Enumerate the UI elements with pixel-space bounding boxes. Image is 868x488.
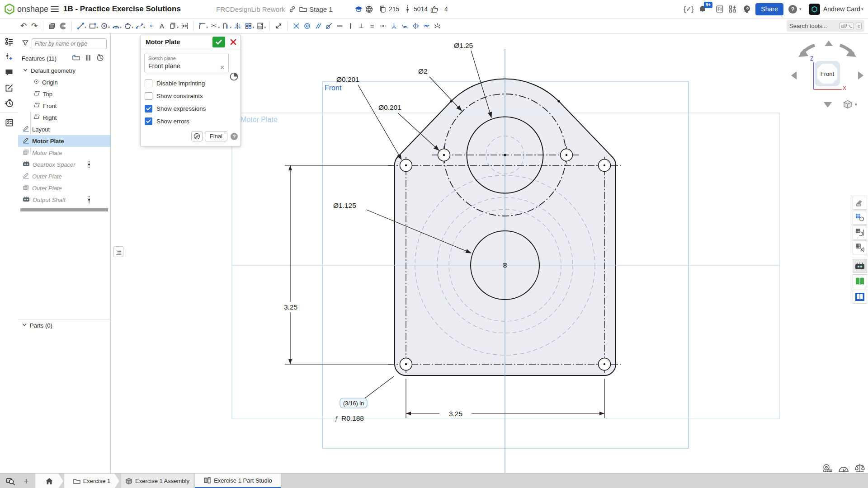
feature-row-default-geometry[interactable]: Default geometry (18, 65, 110, 76)
curvature-constraint-icon[interactable] (399, 20, 410, 31)
document-title[interactable]: 1B - Practice Exercise Solutions (63, 0, 181, 18)
rotate-left-arrow[interactable] (791, 71, 797, 80)
option-show-errors[interactable]: Show errors (141, 115, 241, 127)
feature-row-motor-plate-sketch[interactable]: Motor Plate (18, 135, 110, 147)
normal-constraint-icon[interactable] (432, 20, 443, 31)
avatar[interactable] (809, 4, 820, 15)
view-cube[interactable]: Front Z X ▾ (787, 35, 868, 117)
workspace-name[interactable]: FRCDesignLib Rework (216, 0, 285, 18)
horizontal-constraint-icon[interactable] (334, 20, 345, 31)
parts-section-header[interactable]: Parts (0) (18, 319, 110, 331)
notifications-bell-icon[interactable]: 9+ (698, 0, 707, 18)
feature-row-front[interactable]: Front (18, 100, 110, 112)
front-plane-label[interactable]: Front (325, 84, 342, 92)
dimension-tool-icon[interactable] (179, 20, 190, 31)
filter-input[interactable] (32, 38, 107, 49)
chevron-down-icon[interactable] (23, 67, 28, 74)
insert-variable-icon[interactable] (0, 49, 18, 65)
feature-row-outer-plate-extrude[interactable]: Outer Plate (18, 182, 110, 194)
tangent-constraint-icon[interactable] (323, 20, 334, 31)
spline-dropdown-icon[interactable]: ▾ (143, 25, 145, 29)
view-options-caret-icon[interactable]: ▾ (855, 102, 857, 107)
feature-row-right[interactable]: Right (18, 112, 110, 123)
feature-tree-icon[interactable] (0, 34, 18, 49)
final-button[interactable]: Final (205, 131, 227, 141)
pattern-dropdown-icon[interactable]: ▾ (252, 25, 254, 29)
checkbox-checked-icon[interactable] (145, 117, 152, 125)
checkbox-checked-icon[interactable] (145, 105, 152, 113)
add-folder-icon[interactable] (72, 54, 80, 62)
sketch-plane-value[interactable]: Front plane (148, 62, 225, 70)
link-icon[interactable] (288, 0, 296, 18)
confirm-button[interactable] (212, 37, 225, 47)
option-show-expressions[interactable]: Show expressions (141, 102, 241, 115)
radius-value[interactable]: R0.188 (341, 414, 364, 422)
import-dxf-dropdown-icon[interactable]: ▾ (264, 25, 266, 29)
help-caret-icon[interactable]: ▾ (799, 7, 802, 11)
tab-exercise-1-assembly[interactable]: Exercise 1 Assembly (121, 474, 193, 488)
bom-table-icon[interactable] (853, 211, 867, 225)
history-icon[interactable] (0, 95, 18, 111)
panel-collapse-button[interactable] (113, 246, 123, 257)
option-disable-imprinting[interactable]: Disable imprinting (141, 77, 241, 89)
rollback-bar[interactable] (20, 208, 108, 211)
comments-icon[interactable] (0, 65, 18, 80)
arc-dropdown-icon[interactable]: ▾ (120, 25, 122, 29)
radius-expression-tag[interactable]: (3/16) in (340, 398, 367, 408)
rollback-history-icon[interactable] (96, 54, 104, 63)
feature-row-gearbox-spacer[interactable]: Gearbox Spacer (18, 159, 110, 170)
filter-icon[interactable] (22, 39, 29, 48)
circle-dropdown-icon[interactable]: ▾ (108, 25, 110, 29)
rectangle-dropdown-icon[interactable]: ▾ (96, 25, 98, 29)
feature-row-origin[interactable]: Origin (18, 76, 110, 88)
perpendicular-constraint-icon[interactable]: ⊥ (356, 20, 367, 31)
vertical-constraint-icon[interactable] (345, 20, 356, 31)
coincident-constraint-icon[interactable] (291, 20, 302, 31)
use-project-dropdown-icon[interactable]: ▾ (177, 25, 179, 29)
suppress-icon[interactable] (85, 55, 91, 62)
clear-selection-icon[interactable]: ✕ (220, 64, 225, 71)
redo-icon[interactable]: ↷ (29, 20, 40, 31)
symmetric-constraint-icon[interactable] (410, 20, 421, 31)
share-button[interactable]: Share (755, 3, 783, 15)
fix-constraint-icon[interactable] (421, 20, 432, 31)
folder-name[interactable]: Stage 1 (309, 0, 333, 18)
offset-dropdown-icon[interactable]: ▾ (230, 25, 231, 29)
sketch-edit-button[interactable] (191, 131, 203, 141)
green-book-app-icon[interactable] (853, 274, 867, 288)
tool-search-box[interactable]: Search tools... alt/⌥ c (787, 20, 864, 32)
revolve-icon[interactable] (57, 20, 68, 31)
user-menu-caret-icon[interactable]: ▾ (861, 0, 863, 18)
tab-exercise-1[interactable]: Exercise 1 (64, 474, 119, 488)
tables-icon[interactable] (0, 115, 18, 130)
checkbox-icon[interactable] (145, 92, 152, 100)
polygon-dropdown-icon[interactable]: ▾ (132, 25, 133, 29)
midpoint-constraint-icon[interactable] (377, 20, 388, 31)
trim-dropdown-icon[interactable]: ▾ (218, 25, 220, 29)
home-tab-button[interactable] (35, 474, 63, 488)
parallel-constraint-icon[interactable] (312, 20, 323, 31)
rotate-right-arrow[interactable] (858, 71, 863, 80)
learning-center-icon[interactable] (742, 0, 751, 18)
feature-row-output-shaft[interactable]: Output Shaft (18, 194, 110, 206)
tasks-icon[interactable] (716, 0, 724, 18)
equal-constraint-icon[interactable]: = (367, 20, 377, 31)
transform-tool-icon[interactable] (273, 20, 284, 31)
fillet-dropdown-icon[interactable]: ▾ (206, 25, 208, 29)
blue-book-app-icon[interactable] (853, 290, 867, 304)
view-options-button[interactable]: ▾ (843, 99, 857, 109)
sketch-plane-field[interactable]: Sketch plane Front plane ✕ (144, 53, 229, 73)
tab-exercise-1-part-studio[interactable]: Exercise 1 Part Studio (195, 474, 281, 488)
feature-row-layout[interactable]: Layout (18, 123, 110, 135)
undo-icon[interactable]: ↶ (18, 20, 29, 31)
mkcad-app-icon[interactable] (853, 259, 867, 273)
onshape-logo-icon[interactable] (4, 0, 15, 18)
variables-table-icon[interactable] (853, 240, 867, 254)
hamburger-menu-icon[interactable] (51, 0, 59, 18)
notes-icon[interactable] (0, 80, 18, 95)
new-tab-button[interactable]: + (20, 474, 33, 488)
chevron-down-icon[interactable] (22, 322, 27, 329)
motor-plate-dialog[interactable]: Motor Plate Sketch plane Front plane ✕ D… (141, 35, 241, 146)
layout-sketch-label[interactable]: Motor Plate (241, 116, 278, 123)
apps-grid-icon[interactable] (728, 0, 736, 18)
